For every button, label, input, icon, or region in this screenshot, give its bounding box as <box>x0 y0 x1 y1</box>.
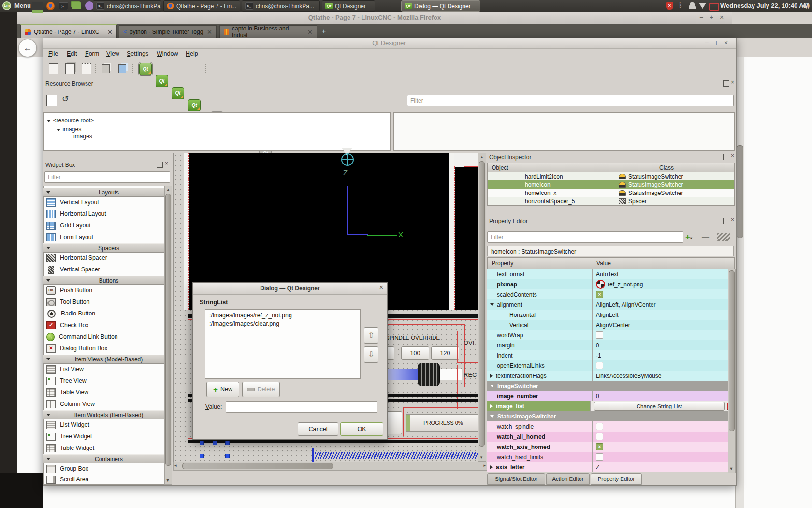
value-input[interactable] <box>226 401 377 413</box>
property-row-margin[interactable]: margin 0 <box>487 340 734 351</box>
widget-item-tree-view[interactable]: Tree View <box>44 375 163 387</box>
scroll-up-icon[interactable]: ▲ <box>165 186 172 194</box>
collapsed-arrow-icon[interactable] <box>490 465 493 469</box>
expand-arrow-icon[interactable] <box>490 415 494 418</box>
expand-arrow-icon[interactable] <box>490 385 494 387</box>
ok-button[interactable]: OK <box>340 422 383 436</box>
property-group-statusimageswitcher[interactable]: StatusImageSwitcher <box>487 411 734 422</box>
widget-item-radio-button[interactable]: Radio Button <box>44 308 163 319</box>
terminal-launcher-icon[interactable]: >_ <box>59 2 68 10</box>
tree-item-images[interactable]: images <box>57 124 81 133</box>
delete-button-disabled[interactable]: Delete <box>242 382 280 397</box>
widget-item-push-button[interactable]: OKPush Button <box>44 284 163 296</box>
section-buttons[interactable]: Buttons <box>44 276 170 285</box>
reload-resources-icon[interactable]: ↺ <box>62 94 72 105</box>
menu-window[interactable]: Window <box>157 50 178 57</box>
checkbox-unchecked-icon[interactable] <box>596 423 603 430</box>
widget-item-grid-layout[interactable]: Grid Layout <box>44 220 163 231</box>
move-down-button[interactable]: ⇩ <box>364 346 378 363</box>
widget-item-tree-widget[interactable]: Tree Widget <box>44 431 163 442</box>
expand-arrow-icon[interactable] <box>490 303 494 306</box>
qt-maximize-button[interactable]: + <box>714 39 718 46</box>
widget-item-command-link-button[interactable]: →Command Link Button <box>44 331 163 343</box>
firefox-minimize-button[interactable]: − <box>699 14 703 21</box>
float-dock-icon[interactable] <box>723 154 729 160</box>
new-tab-button[interactable]: + <box>319 27 329 36</box>
tree-item-resource-root[interactable]: <resource root> <box>47 116 94 124</box>
update-shield-icon[interactable]: × <box>666 2 673 10</box>
float-dock-icon[interactable] <box>723 218 729 224</box>
section-spacers[interactable]: Spacers <box>44 243 170 253</box>
spindle-120-button[interactable]: 120 <box>431 346 459 360</box>
checkbox-checked-icon[interactable]: × <box>596 443 603 450</box>
firefox-close-button[interactable]: × <box>720 14 724 21</box>
scroll-down-icon[interactable]: ▼ <box>728 465 734 473</box>
widget-item-tool-button[interactable]: Tool Button <box>44 296 163 308</box>
property-row-alignment[interactable]: alignment AlignLeft, AlignVCenter <box>487 299 734 310</box>
widget-item-horizontal-layout[interactable]: Horizontal Layout <box>44 208 163 220</box>
dialog-titlebar[interactable]: Dialog — Qt Designer <box>193 283 387 295</box>
firefox-maximize-button[interactable]: + <box>710 14 713 21</box>
widget-item-vertical-spacer[interactable]: Vertical Spacer <box>44 264 163 275</box>
column-property[interactable]: Property <box>488 260 593 267</box>
firefox-launcher-icon[interactable] <box>46 2 55 10</box>
section-containers[interactable]: Containers <box>44 454 170 463</box>
add-dynamic-property-icon[interactable]: +▾ <box>685 232 698 242</box>
property-row-watch-hard-limits[interactable]: watch_hard_limits <box>487 452 734 463</box>
bluetooth-icon[interactable]: ᛒ <box>679 1 682 9</box>
list-item-clear[interactable]: :/images/images/clear.png <box>205 319 360 327</box>
taskbar-terminal-2[interactable]: >_chris@chris-ThinkPa... <box>242 0 320 12</box>
section-item-views[interactable]: Item Views (Model-Based) <box>44 355 170 364</box>
property-row-axis-letter[interactable]: axis_letter Z <box>487 462 734 472</box>
tab-capto[interactable]: capto in Business and Indust ✕ <box>219 25 317 38</box>
property-editor-scrollbar[interactable]: ▼ <box>728 269 736 473</box>
property-row-textinteractionflags[interactable]: textInteractionFlags LinksAccessibleByMo… <box>487 371 734 381</box>
widget-item-vertical-layout[interactable]: Vertical Layout <box>44 196 163 208</box>
clock[interactable]: Wednesday July 22, 10:40 AM <box>720 2 809 9</box>
tab-close-icon[interactable]: ✕ <box>107 29 113 36</box>
checkbox-checked-icon[interactable]: × <box>596 291 603 298</box>
list-item-ref-z-not[interactable]: :/images/images/ref_z_not.png <box>205 310 360 319</box>
property-row-openexternallinks[interactable]: openExternalLinks <box>487 360 734 371</box>
paste-icon[interactable] <box>117 63 129 74</box>
scroll-down-icon[interactable]: ▾ <box>478 454 485 461</box>
tab-action-editor[interactable]: Action Editor <box>546 473 590 485</box>
scroll-down-icon[interactable]: ▼ <box>165 477 171 484</box>
tab-close-icon[interactable]: ✕ <box>207 29 212 36</box>
edit-resources-icon[interactable] <box>46 95 57 106</box>
object-row-homeicon-selected[interactable]: homeIcon StatusImageSwitcher <box>488 180 734 189</box>
menu-help[interactable]: Help <box>186 50 198 57</box>
widget-box-scrollbar[interactable]: ▲ ▼ <box>164 186 172 485</box>
edit-widgets-icon[interactable]: Qt <box>139 63 152 75</box>
edit-tab-order-icon[interactable]: Qt <box>188 99 201 111</box>
property-row-watch-all-homed[interactable]: watch_all_homed <box>487 432 734 442</box>
user-applet-icon[interactable] <box>689 4 696 9</box>
file-manager-launcher-icon[interactable] <box>72 2 81 9</box>
selection-handle[interactable] <box>225 454 230 458</box>
collapsed-arrow-icon[interactable] <box>490 404 493 408</box>
mint-menu-icon[interactable]: Lm <box>2 1 11 10</box>
cancel-button[interactable]: Cancel <box>298 422 338 436</box>
section-item-widgets[interactable]: Item Widgets (Item-Based) <box>44 410 170 419</box>
property-filter-input[interactable] <box>487 231 683 243</box>
close-dock-icon[interactable]: × <box>731 152 734 159</box>
property-row-wordwrap[interactable]: wordWrap <box>487 330 734 341</box>
close-dock-icon[interactable]: × <box>165 160 168 167</box>
float-dock-icon[interactable] <box>157 162 163 168</box>
taskbar-firefox[interactable]: Qtlathe - Page 7 - Lin... <box>163 0 240 12</box>
float-dock-icon[interactable] <box>723 80 729 87</box>
selection-handle[interactable] <box>200 454 204 458</box>
widget-item-form-layout[interactable]: Form Layout <box>44 231 163 243</box>
scrollbar-thumb[interactable] <box>479 161 485 447</box>
property-row-watch-spindle[interactable]: watch_spindle <box>487 421 734 432</box>
object-row-horizontalspacer5[interactable]: horizontalSpacer_5 Spacer <box>488 197 734 205</box>
property-row-vertical[interactable]: Vertical AlignVCenter <box>487 320 734 330</box>
tab-property-editor[interactable]: Property Editor <box>591 473 642 485</box>
property-row-watch-axis-homed[interactable]: watch_axis_homed × <box>487 442 734 452</box>
property-row-image-list[interactable]: image_list Change String List <box>487 401 734 412</box>
taskbar-qt-designer[interactable]: QtQt Designer <box>322 0 375 12</box>
taskbar-terminal-1[interactable]: >_chris@chris-ThinkPa... <box>93 0 161 12</box>
show-desktop-icon[interactable] <box>32 2 44 13</box>
widget-item-table-widget[interactable]: Table Widget <box>44 442 163 454</box>
tab-close-icon[interactable]: ✕ <box>307 29 313 36</box>
